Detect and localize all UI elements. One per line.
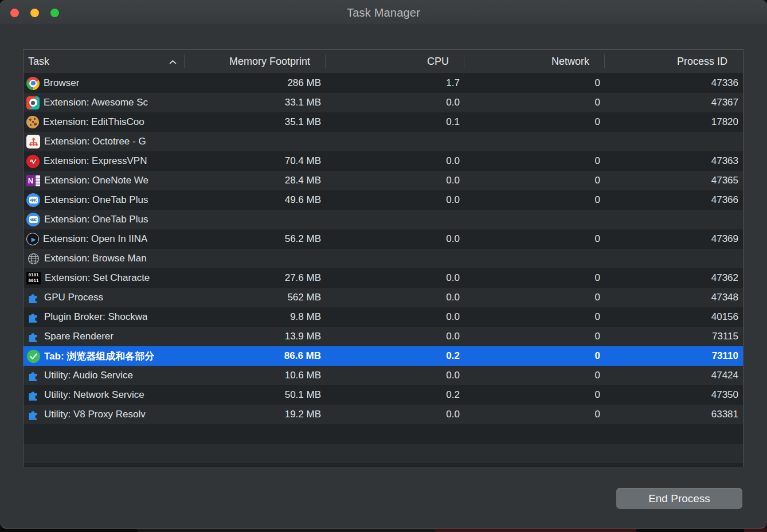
- memory-cell: 70.4 MB: [185, 151, 326, 171]
- column-header-process-id[interactable]: Process ID: [605, 50, 743, 73]
- memory-cell: 286 MB: [185, 73, 326, 93]
- table-row[interactable]: GPU Process 562 MB 0.0 0 47348: [24, 288, 743, 307]
- pid-cell: 47363: [605, 151, 743, 171]
- cpu-cell: 1.7: [326, 73, 464, 93]
- pid-cell: 47369: [605, 229, 743, 249]
- network-cell: [464, 132, 605, 151]
- cpu-cell: [326, 210, 464, 229]
- task-cell: 01010011 Extension: Set Characte: [24, 268, 185, 288]
- table-row[interactable]: Extension: Awesome Sc 33.1 MB 0.0 0 4736…: [24, 93, 743, 112]
- table-row[interactable]: ⋘ Extension: OneTab Plus 49.6 MB 0.0 0 4…: [24, 190, 743, 210]
- table-row[interactable]: Utility: Network Service 50.1 MB 0.2 0 4…: [24, 385, 743, 405]
- column-header-label: Network: [551, 56, 589, 68]
- task-name: Tab: 浏览器组成和各部分: [44, 350, 154, 363]
- network-cell: 0: [464, 151, 605, 171]
- table-row[interactable]: Extension: EditThisCoo 35.1 MB 0.1 0 178…: [24, 112, 743, 132]
- network-cell: 0: [464, 307, 605, 327]
- task-cell: Utility: Audio Service: [24, 366, 185, 385]
- task-cell: Extension: Octotree - G: [24, 132, 185, 151]
- column-header-label: Memory Footprint: [229, 56, 310, 68]
- zoom-button[interactable]: [50, 9, 59, 17]
- table-row[interactable]: ⋘ Extension: OneTab Plus: [24, 210, 743, 229]
- network-cell: 0: [464, 288, 605, 307]
- task-cell: Extension: Awesome Sc: [24, 93, 185, 112]
- network-cell: 0: [464, 385, 605, 405]
- task-manager-window: Task Manager TaskMemory FootprintCPUNetw…: [0, 0, 767, 529]
- network-cell: 0: [464, 112, 605, 132]
- task-cell: Utility: V8 Proxy Resolv: [24, 405, 185, 424]
- task-cell: Utility: Network Service: [24, 385, 185, 405]
- pid-cell: 47424: [605, 366, 743, 385]
- memory-cell: [185, 249, 326, 268]
- puzzle-icon: [26, 388, 40, 402]
- expressvpn-icon: [26, 155, 40, 168]
- column-header-memory-footprint[interactable]: Memory Footprint: [185, 50, 326, 73]
- table-row[interactable]: Extension: Browse Man: [24, 249, 743, 268]
- task-name: Extension: Awesome Sc: [44, 97, 148, 108]
- awesome-screenshot-icon: [26, 96, 40, 109]
- task-cell: Spare Renderer: [24, 327, 185, 346]
- iina-play-icon: ▶: [26, 233, 39, 245]
- title-bar[interactable]: Task Manager: [0, 0, 767, 25]
- column-header-network[interactable]: Network: [464, 50, 605, 73]
- table-row[interactable]: Browser 286 MB 1.7 0 47336: [24, 73, 743, 93]
- cpu-cell: 0.0: [326, 229, 464, 249]
- memory-cell: 9.8 MB: [185, 307, 326, 327]
- puzzle-icon: [26, 310, 40, 324]
- task-cell: Extension: ExpressVPN: [24, 151, 185, 171]
- network-cell: 0: [464, 366, 605, 385]
- process-table: TaskMemory FootprintCPUNetworkProcess ID…: [23, 49, 743, 467]
- network-cell: 0: [464, 229, 605, 249]
- binary-code-icon: 01010011: [26, 272, 41, 284]
- pid-cell: 17820: [605, 112, 743, 132]
- table-row[interactable]: Plugin Broker: Shockwa 9.8 MB 0.0 0 4015…: [24, 307, 743, 327]
- table-row[interactable]: Spare Renderer 13.9 MB 0.0 0 73115: [24, 327, 743, 346]
- task-cell: GPU Process: [24, 288, 185, 307]
- octotree-icon: [26, 135, 40, 148]
- memory-cell: [185, 132, 326, 151]
- task-name: Extension: Open In IINA: [43, 233, 147, 245]
- task-cell: ▶ Extension: Open In IINA: [24, 229, 185, 249]
- pid-cell: 47350: [605, 385, 743, 405]
- network-cell: 0: [464, 405, 605, 424]
- column-header-label: Task: [28, 56, 49, 68]
- table-row[interactable]: Tab: 浏览器组成和各部分 86.6 MB 0.2 0 73110: [24, 346, 743, 366]
- window-title: Task Manager: [0, 0, 767, 25]
- table-row[interactable]: 01010011 Extension: Set Characte 27.6 MB…: [24, 268, 743, 288]
- network-cell: 0: [464, 171, 605, 190]
- cpu-cell: 0.2: [326, 385, 464, 405]
- task-name: Utility: V8 Proxy Resolv: [44, 409, 146, 420]
- table-row[interactable]: Utility: V8 Proxy Resolv 19.2 MB 0.0 0 6…: [24, 405, 743, 424]
- table-row[interactable]: N Extension: OneNote We 28.4 MB 0.0 0 47…: [24, 171, 743, 190]
- task-cell: Plugin Broker: Shockwa: [24, 307, 185, 327]
- memory-cell: 50.1 MB: [185, 385, 326, 405]
- task-cell: ⋘ Extension: OneTab Plus: [24, 190, 185, 210]
- minimize-button[interactable]: [30, 9, 39, 17]
- cookie-icon: [26, 116, 39, 128]
- task-name: Plugin Broker: Shockwa: [44, 311, 147, 323]
- memory-cell: 27.6 MB: [185, 268, 326, 288]
- table-row[interactable]: Extension: Octotree - G: [24, 132, 743, 151]
- memory-cell: 86.6 MB: [185, 346, 326, 366]
- network-cell: 0: [464, 346, 605, 366]
- memory-cell: 28.4 MB: [185, 171, 326, 190]
- end-process-button[interactable]: End Process: [616, 488, 742, 509]
- network-cell: [464, 249, 605, 268]
- column-header-task[interactable]: Task: [24, 50, 185, 73]
- table-row[interactable]: Utility: Audio Service 10.6 MB 0.0 0 474…: [24, 366, 743, 385]
- pid-cell: 40156: [605, 307, 743, 327]
- sort-ascending-icon: [169, 56, 177, 68]
- network-cell: 0: [464, 190, 605, 210]
- table-row[interactable]: Extension: ExpressVPN 70.4 MB 0.0 0 4736…: [24, 151, 743, 171]
- cpu-cell: 0.0: [326, 190, 464, 210]
- cpu-cell: 0.2: [326, 346, 464, 366]
- close-button[interactable]: [10, 9, 19, 17]
- task-cell: Browser: [24, 73, 185, 93]
- network-cell: [464, 210, 605, 229]
- cpu-cell: [326, 249, 464, 268]
- pid-cell: 47366: [605, 190, 743, 210]
- column-header-cpu[interactable]: CPU: [326, 50, 464, 73]
- table-row[interactable]: ▶ Extension: Open In IINA 56.2 MB 0.0 0 …: [24, 229, 743, 249]
- memory-cell: 19.2 MB: [185, 405, 326, 424]
- memory-cell: 10.6 MB: [185, 366, 326, 385]
